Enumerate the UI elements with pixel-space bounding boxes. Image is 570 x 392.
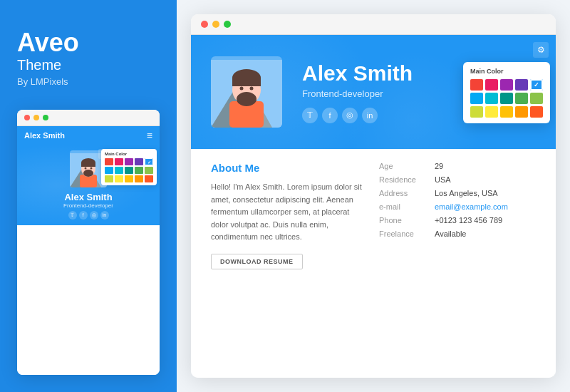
big-color-cell-11[interactable] (485, 106, 498, 118)
mini-twitter-icon[interactable]: 𝕋 (68, 211, 77, 220)
mini-cp-grid: ✓ (105, 158, 153, 182)
big-cp-title: Main Color (470, 68, 543, 75)
big-color-cell-8[interactable] (515, 93, 528, 104)
mini-color-cell-14[interactable] (145, 175, 153, 182)
big-minimize-dot (212, 21, 219, 28)
svg-point-8 (85, 167, 87, 169)
mini-color-cell-9[interactable] (145, 167, 153, 174)
big-color-cell-14[interactable] (530, 106, 543, 118)
big-color-cell-2[interactable] (500, 79, 513, 91)
info-value-3[interactable]: email@example.com (435, 202, 508, 211)
big-about: About Me Hello! I'm Alex Smith. Lorem ip… (191, 149, 556, 378)
mini-linkedin-icon[interactable]: in (100, 211, 109, 220)
info-label-3: e-mail (379, 202, 429, 211)
info-value-2: Los Angeles, USA (435, 189, 498, 197)
about-title-plain: About (211, 162, 244, 174)
info-row-4: Phone+0123 123 456 789 (379, 216, 536, 225)
mini-color-cell-2[interactable] (125, 158, 133, 165)
big-color-cell-4[interactable] (530, 79, 543, 91)
mini-color-picker: Main Color ✓ (101, 149, 157, 185)
mini-color-cell-10[interactable] (105, 175, 113, 182)
big-color-cell-3[interactable] (515, 79, 528, 91)
svg-point-17 (237, 92, 256, 106)
svg-point-9 (90, 167, 93, 169)
mini-browser: Alex Smith ≡ (17, 110, 160, 375)
big-color-cell-5[interactable] (470, 93, 483, 104)
svg-point-7 (83, 170, 93, 177)
mini-hero: ⚙ Main Color ✓ Alex Smith Frontend-devel… (17, 145, 160, 225)
mini-close-dot (24, 115, 30, 120)
mini-browser-body: Alex Smith ≡ (17, 126, 160, 375)
svg-point-18 (240, 87, 244, 91)
big-color-cell-0[interactable] (470, 79, 483, 91)
mini-facebook-icon[interactable]: f (79, 211, 88, 220)
svg-rect-6 (81, 163, 95, 167)
mini-color-cell-1[interactable] (115, 158, 123, 165)
big-hero: Alex Smith Frontend-developer 𝕋 f ◎ in ⚙… (191, 35, 556, 149)
big-facebook-icon[interactable]: f (322, 108, 338, 123)
mini-color-cell-5[interactable] (105, 167, 113, 174)
big-instagram-icon[interactable]: ◎ (342, 108, 358, 123)
mini-color-cell-4[interactable]: ✓ (145, 158, 153, 165)
big-color-cell-6[interactable] (485, 93, 498, 104)
info-label-5: Freelance (379, 229, 429, 238)
big-close-dot (201, 21, 208, 28)
mini-color-cell-8[interactable] (135, 167, 143, 174)
mini-cp-title: Main Color (105, 152, 153, 156)
right-panel: Alex Smith Frontend-developer 𝕋 f ◎ in ⚙… (177, 0, 570, 392)
info-value-1: USA (435, 175, 451, 184)
brand-title: Aveo (17, 29, 160, 57)
info-row-2: AddressLos Angeles, USA (379, 189, 536, 197)
big-color-cell-9[interactable] (530, 93, 543, 104)
about-text: Hello! I'm Alex Smith. Lorem ipsum dolor… (211, 181, 362, 244)
info-label-0: Age (379, 162, 429, 170)
big-browser: Alex Smith Frontend-developer 𝕋 f ◎ in ⚙… (191, 14, 556, 378)
big-color-picker: Main Color (463, 62, 550, 123)
mini-color-cell-11[interactable] (115, 175, 123, 182)
big-twitter-icon[interactable]: 𝕋 (302, 108, 318, 123)
info-row-5: FreelanceAvailable (379, 229, 536, 238)
about-right: Age29ResidenceUSAAddressLos Angeles, USA… (379, 162, 536, 365)
mini-instagram-icon[interactable]: ◎ (90, 211, 98, 220)
big-color-cell-7[interactable] (500, 93, 513, 104)
info-label-2: Address (379, 189, 429, 197)
big-browser-body: Alex Smith Frontend-developer 𝕋 f ◎ in ⚙… (191, 35, 556, 378)
mini-color-cell-0[interactable] (105, 158, 113, 165)
big-color-cell-13[interactable] (515, 106, 528, 118)
mini-hamburger-icon[interactable]: ≡ (147, 130, 152, 140)
brand-by: By LMPixels (17, 76, 160, 87)
mini-hero-name: Alex Smith (64, 192, 112, 202)
svg-rect-16 (232, 78, 261, 86)
info-value-0: 29 (435, 162, 443, 170)
big-cp-grid (470, 79, 543, 118)
svg-point-19 (250, 87, 254, 91)
about-title-accent: Me (244, 162, 259, 174)
big-color-cell-10[interactable] (470, 106, 483, 118)
info-row-0: Age29 (379, 162, 536, 170)
mini-nav: Alex Smith ≡ (17, 126, 160, 145)
info-row-1: ResidenceUSA (379, 175, 536, 184)
left-panel: Aveo Theme By LMPixels Alex Smith ≡ (0, 0, 177, 392)
mini-color-cell-6[interactable] (115, 167, 123, 174)
info-row-3: e-mailemail@example.com (379, 202, 536, 211)
info-value-5: Available (435, 229, 466, 238)
mini-color-cell-12[interactable] (125, 175, 133, 182)
big-linkedin-icon[interactable]: in (362, 108, 378, 123)
info-label-4: Phone (379, 216, 429, 225)
big-color-cell-1[interactable] (485, 79, 498, 91)
big-gear-button[interactable]: ⚙ (533, 42, 549, 58)
about-title: About Me (211, 162, 362, 174)
mini-color-cell-7[interactable] (125, 167, 133, 174)
info-value-4: +0123 123 456 789 (435, 216, 502, 225)
mini-color-cell-13[interactable] (135, 175, 143, 182)
mini-color-cell-3[interactable] (135, 158, 143, 165)
big-browser-bar (191, 14, 556, 35)
info-label-1: Residence (379, 175, 429, 184)
mini-minimize-dot (33, 115, 39, 120)
big-maximize-dot (224, 21, 231, 28)
download-resume-button[interactable]: DOWNLOAD RESUME (211, 254, 303, 269)
brand-subtitle: Theme (17, 57, 160, 73)
mini-social: 𝕋 f ◎ in (68, 211, 109, 220)
mini-browser-bar (17, 110, 160, 126)
big-color-cell-12[interactable] (500, 106, 513, 118)
